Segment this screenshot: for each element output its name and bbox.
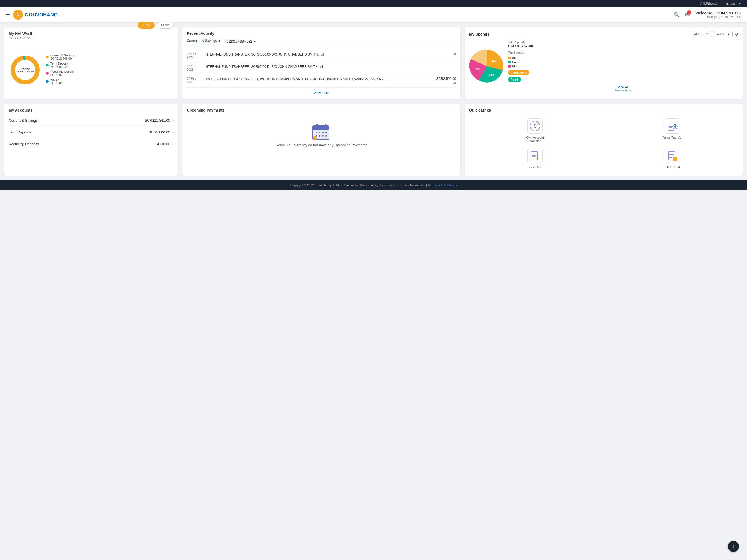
accounts-title: My Accounts — [9, 108, 174, 112]
atm-branch-link[interactable]: ATM/Branch — [700, 2, 718, 5]
spends-card: My Spends All Ca... ▼ Last 3... ▼ ↻ — [465, 27, 743, 99]
svg-point-16 — [325, 135, 327, 137]
filter1-label: All Ca... — [694, 32, 705, 36]
top-bar: ATM/Branch English ▼ — [0, 0, 747, 7]
total-spends-amount: SCR10,767.00 — [508, 44, 738, 48]
svg-point-17 — [313, 136, 317, 140]
txn-desc-1: INTERNAL FUND TRANSFER, SCR3,000.00 B/O … — [205, 52, 450, 59]
logo[interactable]: N NOUVOBANQ — [13, 10, 58, 20]
svg-text:✏: ✏ — [536, 156, 539, 161]
funds-transfer-icon: 👤 — [667, 121, 678, 131]
spends-right: Total Spends SCR10,767.00 Top Spends Inv… — [508, 41, 738, 92]
total-spends-label: Total Spends — [508, 41, 738, 44]
txn-date-3: 07 Feb2022 — [187, 77, 202, 84]
footer-link[interactable]: Terms and Conditions — [428, 183, 457, 187]
badges-area: Investment Food — [508, 70, 738, 83]
account-row-rd[interactable]: Recurring Deposits SCR0.00 › — [9, 138, 174, 150]
notifications-button[interactable]: ✉ 2 — [685, 11, 690, 18]
own-account-icon: $ — [530, 121, 541, 131]
user-info[interactable]: Welcome, JOHN SMITH ▼ Last login 07 Feb … — [695, 11, 742, 19]
legend-label-rd: Recurring Deposit — [50, 70, 74, 73]
quicklink-funds-transfer[interactable]: 👤 Funds Transfer — [607, 119, 738, 143]
account-balance-td: SCR5,000.00 — [149, 130, 170, 134]
net-worth-date: on 07 Feb 2022 — [9, 36, 33, 40]
view-more-link[interactable]: View more — [314, 91, 329, 95]
legend-dot-td — [46, 64, 49, 67]
quicklinks-title: Quick Links — [469, 108, 738, 112]
inv-color — [508, 57, 511, 59]
svg-rect-8 — [325, 124, 326, 127]
view-more[interactable]: View more — [187, 91, 456, 95]
quicklink-issue-draft[interactable]: ✏ Issue Draft — [469, 148, 601, 169]
account-row-td[interactable]: Term Deposits SCR5,000.00 › — [9, 126, 174, 138]
legend-amount-td: SCR5,000.00 — [50, 65, 68, 68]
txn-amount-row-3: SCR2,500.00 Cr — [436, 77, 456, 84]
iowe-button[interactable]: I Owe — [157, 22, 174, 29]
mo-percent: 25% — [475, 68, 480, 71]
svg-rect-6 — [312, 126, 329, 130]
account-type-label: Current and Savings — [187, 39, 216, 43]
language-selector[interactable]: English ▼ — [726, 2, 742, 5]
account-balance-row-cs: SCR211,841.00 › — [145, 118, 174, 123]
account-balance-rd: SCR0.00 — [156, 142, 170, 146]
file-upload-icon-wrap: ↑ — [665, 148, 680, 163]
filter1-chevron: ▼ — [705, 32, 709, 36]
language-label: English — [726, 2, 737, 5]
legend-label-w: Wallet — [50, 78, 62, 81]
refresh-button[interactable]: ↻ — [735, 32, 738, 37]
net-worth-card: My Net Worth on 07 Feb 2022 I Have I Owe — [4, 27, 178, 99]
card-header-row: My Net Worth on 07 Feb 2022 I Have I Owe — [9, 31, 174, 43]
legend-label-td: Term Deposit — [50, 62, 68, 65]
menu-toggle[interactable]: ☰ — [5, 12, 10, 18]
svg-point-12 — [325, 132, 327, 133]
txn-amount-row-1: Dr — [453, 52, 456, 59]
ra-title: Recent Activity — [187, 31, 456, 35]
inv-label: Inv... — [512, 56, 519, 59]
account-number-chevron: ▼ — [253, 40, 256, 44]
quicklink-own-account[interactable]: $ Own AccountTransfer — [469, 119, 601, 143]
category-filter[interactable]: All Ca... ▼ — [692, 31, 711, 37]
account-type-dropdown[interactable]: Current and Savings ▼ — [187, 39, 221, 44]
issue-draft-icon-wrap: ✏ — [527, 148, 543, 163]
date-filter[interactable]: Last 3... ▼ — [713, 31, 732, 37]
net-worth-title: My Net Worth — [9, 31, 33, 35]
donut-label: I Have SCR217,408.00 — [17, 67, 34, 73]
ra-filters: Current and Savings ▼ 01201071564032 ▼ — [187, 39, 456, 44]
user-chevron: ▼ — [739, 12, 742, 15]
legend-food: Food — [508, 60, 738, 64]
my-accounts-card: My Accounts Current & Savings SCR211,841… — [4, 104, 178, 176]
account-balance-row-rd: SCR0.00 › — [156, 142, 174, 146]
account-row-cs[interactable]: Current & Savings SCR211,841.00 › — [9, 114, 174, 126]
legend-item-cs: Current & Savings SCR212,408.00 — [46, 54, 75, 60]
filter2-label: Last 3... — [716, 32, 726, 36]
upcoming-title: Upcoming Payments — [187, 108, 456, 112]
legend-amount-cs: SCR212,408.00 — [50, 57, 75, 60]
account-type-chevron: ▼ — [218, 39, 221, 43]
inv-percent: 46% — [492, 59, 497, 62]
svg-text:$: $ — [534, 123, 537, 129]
account-number-dropdown[interactable]: 01201071564032 ▼ — [227, 40, 256, 44]
transaction-item: 07 Feb2022 INTERNAL FUND TRANSFER, SCR3,… — [187, 50, 456, 62]
food-badge: Food — [508, 77, 521, 82]
header-left: ☰ N NOUVOBANQ — [5, 10, 674, 20]
legend-item-rd: Recurring Deposit SCR0.00 — [46, 70, 75, 77]
investment-badge: Investment — [508, 70, 530, 75]
header: ☰ N NOUVOBANQ 🔍 ✉ 2 Welcome, JOHN SMITH … — [0, 7, 747, 22]
account-balance-cs: SCR211,841.00 — [145, 119, 170, 123]
file-upload-label: File Upload — [665, 166, 680, 169]
ihave-button[interactable]: I Have — [137, 22, 155, 29]
legend-inv: Inv... — [508, 56, 738, 59]
txn-desc-2: INTERNAL FUND TRANSFER, SCR67.00 Dr B/O … — [205, 65, 453, 71]
notification-count: 2 — [687, 10, 692, 15]
view-all-transactions-link[interactable]: View AllTransactions — [508, 85, 738, 92]
spends-header: My Spends All Ca... ▼ Last 3... ▼ ↻ — [469, 31, 738, 37]
legend-label-cs: Current & Savings — [50, 54, 75, 57]
txn-type-1: Dr — [453, 52, 456, 55]
funds-transfer-label: Funds Transfer — [662, 136, 682, 139]
quicklink-file-upload[interactable]: ↑ File Upload — [607, 148, 738, 169]
search-icon[interactable]: 🔍 — [674, 12, 680, 18]
account-name-cs: Current & Savings — [9, 119, 38, 123]
txn-row-1: 07 Feb2022 INTERNAL FUND TRANSFER, SCR3,… — [187, 52, 456, 59]
arrow-icon-td: › — [172, 130, 174, 134]
legend-dot-w — [46, 80, 49, 83]
